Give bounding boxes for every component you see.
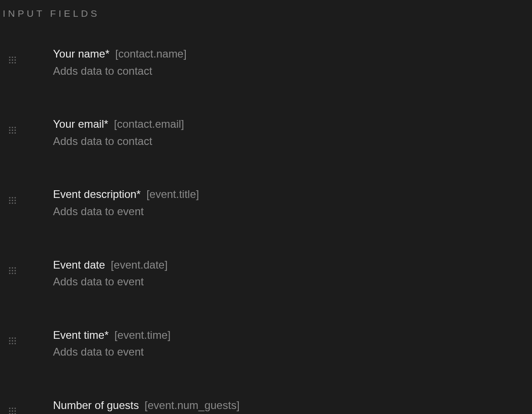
field-label: Your email [53, 118, 104, 130]
required-asterisk: * [136, 188, 140, 200]
field-row[interactable]: Your email* [contact.email] Adds data to… [0, 116, 532, 149]
field-row[interactable]: Event date [event.date] Adds data to eve… [0, 257, 532, 289]
field-title: Event description* [event.title] [53, 187, 532, 202]
drag-handle-icon[interactable] [8, 337, 17, 346]
field-key: [event.num_guests] [145, 399, 239, 411]
field-content: Number of guests [event.num_guests] Adds… [53, 398, 532, 414]
section-header: INPUT FIELDS [0, 0, 532, 19]
field-key: [event.time] [114, 329, 170, 341]
field-row[interactable]: Event time* [event.time] Adds data to ev… [0, 327, 532, 360]
field-content: Event date [event.date] Adds data to eve… [53, 257, 532, 289]
field-title: Your email* [contact.email] [53, 116, 532, 132]
field-label: Event time [53, 329, 104, 341]
field-key: [event.title] [146, 188, 199, 200]
field-content: Event description* [event.title] Adds da… [53, 187, 532, 219]
field-description: Adds data to event [53, 274, 532, 289]
field-content: Your email* [contact.email] Adds data to… [53, 116, 532, 149]
field-row[interactable]: Your name* [contact.name] Adds data to c… [0, 46, 532, 78]
field-key: [contact.email] [114, 118, 184, 130]
drag-handle-icon[interactable] [8, 266, 17, 275]
field-key: [event.date] [111, 259, 167, 271]
input-fields-list: Your name* [contact.name] Adds data to c… [0, 19, 532, 414]
field-description: Adds data to event [53, 204, 532, 219]
field-content: Your name* [contact.name] Adds data to c… [53, 46, 532, 78]
drag-handle-icon[interactable] [8, 196, 17, 205]
field-label: Event description [53, 188, 136, 200]
field-key: [contact.name] [115, 48, 186, 60]
field-row[interactable]: Event description* [event.title] Adds da… [0, 187, 532, 219]
field-label: Your name [53, 48, 105, 60]
field-description: Adds data to contact [53, 134, 532, 149]
field-label: Number of guests [53, 399, 139, 411]
field-title: Event date [event.date] [53, 257, 532, 273]
field-title: Number of guests [event.num_guests] [53, 398, 532, 413]
field-description: Adds data to event [53, 344, 532, 360]
required-asterisk: * [105, 48, 109, 60]
drag-handle-icon[interactable] [8, 125, 17, 135]
field-description: Adds data to contact [53, 63, 532, 79]
drag-handle-icon[interactable] [8, 407, 17, 414]
required-asterisk: * [104, 329, 108, 341]
drag-handle-icon[interactable] [8, 55, 17, 64]
field-label: Event date [53, 259, 105, 271]
field-content: Event time* [event.time] Adds data to ev… [53, 327, 532, 360]
required-asterisk: * [104, 118, 108, 130]
field-row[interactable]: Number of guests [event.num_guests] Adds… [0, 398, 532, 414]
field-title: Event time* [event.time] [53, 327, 532, 343]
field-title: Your name* [contact.name] [53, 46, 532, 62]
